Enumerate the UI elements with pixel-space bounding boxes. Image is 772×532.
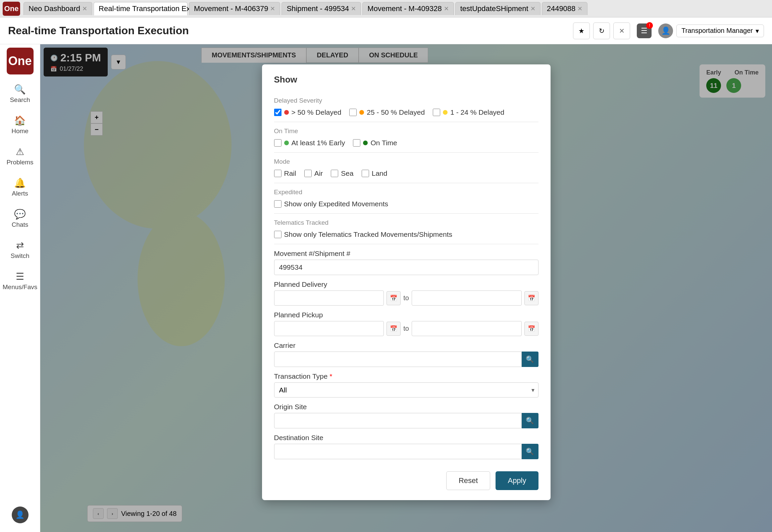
star-button[interactable]: ★ [573,22,590,39]
delayed-severity-section: Delayed Severity > 50 % Delayed 25 - 50 … [274,92,538,122]
gt50-checkbox[interactable] [274,109,281,116]
tab-test-update[interactable]: testUpdateSHipment ✕ [455,2,541,15]
sea-option[interactable]: Sea [331,169,353,177]
tab-movement-406379[interactable]: Movement - M-406379 ✕ [189,2,280,15]
destination-site-search-button[interactable]: 🔍 [522,444,538,459]
gt50-option[interactable]: > 50 % Delayed [274,108,342,116]
sidebar-item-problems[interactable]: ⚠ Problems [0,142,40,171]
sidebar-item-label: Search [10,96,30,104]
destination-site-label: Destination Site [274,434,538,442]
search-icon: 🔍 [14,84,26,95]
user-role-selector[interactable]: Transportation Manager ▾ [676,24,764,37]
124-option[interactable]: 1 - 24 % Delayed [433,108,504,116]
air-checkbox[interactable] [304,170,312,177]
header-actions: ★ ↻ ✕ ☰ ! 👤 Transportation Manager ▾ [573,22,764,39]
tab-close-icon[interactable]: ✕ [577,5,582,12]
land-checkbox[interactable] [362,170,369,177]
tab-close-icon[interactable]: ✕ [530,5,535,12]
rail-option[interactable]: Rail [274,169,296,177]
user-role-label: Transportation Manager [681,27,753,35]
warning-icon: ⚠ [16,146,24,157]
destination-site-input[interactable] [274,444,522,459]
2550-option[interactable]: 25 - 50 % Delayed [349,108,425,116]
sidebar-item-home[interactable]: 🏠 Home [0,110,40,140]
tab-2449088[interactable]: 2449088 ✕ [542,2,588,15]
notification-badge: ! [646,22,653,29]
bell-icon: 🔔 [14,177,26,189]
on-time-section: On Time At least 1% Early On Time [274,122,538,153]
telematics-checkbox[interactable] [274,231,281,238]
close-button[interactable]: ✕ [613,22,630,39]
refresh-button[interactable]: ↻ [593,22,610,39]
to-text: to [403,294,409,302]
origin-site-search-button[interactable]: 🔍 [522,413,538,428]
tab-movement-409328[interactable]: Movement - M-409328 ✕ [362,2,454,15]
sea-checkbox[interactable] [331,170,338,177]
tab-label: Real-time Transportation Ex... [99,4,196,13]
movement-shipment-input[interactable] [274,260,538,275]
user-profile-bottom[interactable]: 👤 [6,501,34,529]
sidebar-logo: One [7,48,34,74]
tab-close-icon[interactable]: ✕ [444,5,449,12]
early-option[interactable]: At least 1% Early [274,139,345,147]
origin-site-label: Origin Site [274,403,538,411]
tab-neo-dashboard[interactable]: Neo Dashboard ✕ [23,2,92,15]
home-icon: 🏠 [14,115,26,126]
tab-close-icon[interactable]: ✕ [82,5,87,12]
apply-button[interactable]: Apply [496,471,538,490]
reset-button[interactable]: Reset [446,471,490,490]
sidebar-item-search[interactable]: 🔍 Search [0,79,40,108]
delayed-severity-title: Delayed Severity [274,97,538,104]
expedited-section: Expedited Show only Expedited Movements [274,183,538,214]
destination-site-group: Destination Site 🔍 [274,434,538,459]
planned-delivery-from[interactable] [274,290,384,306]
origin-site-group: Origin Site 🔍 [274,403,538,428]
transaction-type-select[interactable]: All Movement Shipment [274,382,538,397]
expedited-checkbox[interactable] [274,200,281,208]
on-time-checkbox[interactable] [353,139,360,147]
sidebar-item-switch[interactable]: ⇄ Switch [0,235,40,264]
planned-pickup-from-cal[interactable]: 📅 [387,322,401,336]
planned-pickup-to-cal[interactable]: 📅 [524,322,538,336]
planned-delivery-to-cal[interactable]: 📅 [524,291,538,305]
sidebar-item-label: Home [11,127,29,135]
planned-pickup-range: 📅 to 📅 [274,321,538,336]
origin-site-input[interactable] [274,413,522,428]
planned-pickup-from[interactable] [274,321,384,336]
sidebar-item-alerts[interactable]: 🔔 Alerts [0,173,40,202]
filter-modal-overlay: Show Delayed Severity > 50 % Delayed [40,44,772,532]
telematics-section: Telematics Tracked Show only Telematics … [274,214,538,244]
on-time-option[interactable]: On Time [353,139,397,147]
movement-shipment-label: Movement #/Shipment # [274,250,538,258]
early-checkbox[interactable] [274,139,281,147]
tab-label: testUpdateSHipment [460,4,528,13]
to-text-2: to [403,325,409,332]
tab-close-icon[interactable]: ✕ [351,5,356,12]
page-header: Real-time Transportation Execution ★ ↻ ✕… [0,17,772,44]
planned-delivery-range: 📅 to 📅 [274,290,538,306]
sidebar-item-chats[interactable]: 💬 Chats [0,204,40,233]
carrier-input-wrapper: 🔍 [274,352,538,367]
planned-pickup-to[interactable] [412,321,522,336]
carrier-search-button[interactable]: 🔍 [522,352,538,367]
delayed-severity-options: > 50 % Delayed 25 - 50 % Delayed 1 - 24 … [274,108,538,116]
expedited-option[interactable]: Show only Expedited Movements [274,200,389,208]
air-option[interactable]: Air [304,169,323,177]
124-checkbox[interactable] [433,109,440,116]
2550-checkbox[interactable] [349,109,357,116]
tab-real-time[interactable]: Real-time Transportation Ex... ✕ [94,2,188,15]
telematics-option[interactable]: Show only Telematics Tracked Movements/S… [274,230,453,238]
planned-delivery-label: Planned Delivery [274,280,538,288]
sidebar-item-label: Switch [11,252,30,260]
tab-shipment-499534[interactable]: Shipment - 499534 ✕ [281,2,361,15]
land-option[interactable]: Land [362,169,388,177]
modal-title: Show [274,74,538,85]
tab-close-icon[interactable]: ✕ [270,5,275,12]
planned-delivery-to[interactable] [412,290,522,306]
sidebar-item-label: Chats [12,221,29,228]
planned-delivery-from-cal[interactable]: 📅 [387,291,401,305]
tab-label: Neo Dashboard [29,4,80,13]
sidebar-item-menus[interactable]: ☰ Menus/Favs [0,266,40,296]
rail-checkbox[interactable] [274,170,281,177]
carrier-input[interactable] [274,352,522,367]
